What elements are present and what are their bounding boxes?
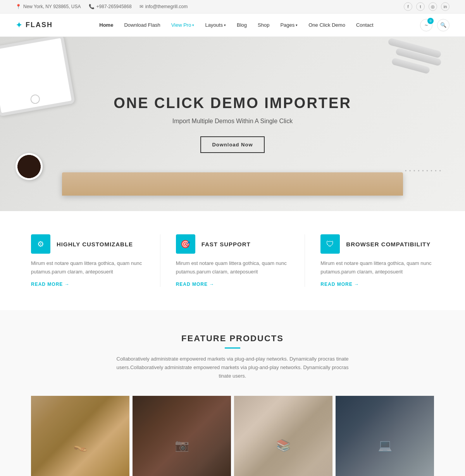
product-image-1: 👡 [31,396,129,476]
product-item-3[interactable]: 📚 [234,396,332,476]
instagram-icon[interactable]: ◎ [429,2,437,11]
feature-divider-1 [160,234,160,287]
nav-item-demo[interactable]: One Click Demo [304,19,350,31]
phone-text: +987-265945868 [96,4,132,9]
nav-links: Home Download Flash View Pro ▾ Layouts ▾… [95,19,378,31]
product-image-4: 💻 [336,396,434,476]
feature-desc-customizable: Mirum est notare quam littera gothica, q… [31,259,145,276]
twitter-icon[interactable]: t [416,2,425,11]
nav-link-shop[interactable]: Shop [253,19,274,31]
phone-item: 📞 +987-265945868 [89,4,132,9]
cart-badge: 0 [427,18,434,24]
email-icon: ✉ [140,4,143,9]
hero-blueprints-decoration [388,45,457,91]
product-item-4[interactable]: 💻 [336,396,434,476]
cart-button[interactable]: ~ 0 [420,19,432,31]
hero-coffee-decoration [16,153,43,180]
nav-item-download[interactable]: Download Flash [119,19,165,31]
nav-item-viewpro[interactable]: View Pro ▾ [167,19,199,31]
location-icon: 📍 [16,4,21,9]
gear-icon: ⚙ [37,239,44,249]
logo-text: FLASH [26,21,53,29]
nav-item-shop[interactable]: Shop [253,19,274,31]
nav-link-blog[interactable]: Blog [232,19,251,31]
feature-title-browser: BROWSER COMPATIBILITY [346,241,431,247]
chevron-down-icon: ▾ [296,23,298,27]
hero-subtitle: Import Multiple Demos Within A Single Cl… [114,118,351,125]
hero-title: ONE CLICK DEMO IMPORTER [114,95,351,112]
location-text: New York, NY 928865, USA [23,4,81,9]
product-image-2: 📷 [133,396,231,476]
download-now-button[interactable]: Download Now [200,136,264,153]
feature-desc-browser: Mirum est notare quam littera gothica, q… [320,259,434,276]
hero-beads-decoration: ● ● ● ● ● ● ● ● ● [405,169,442,172]
products-section: FEATURE PRODUCTS Collaboratively adminis… [0,310,465,476]
top-bar-left: 📍 New York, NY 928865, USA 📞 +987-265945… [16,4,188,9]
feature-icon-customizable: ⚙ [31,234,50,254]
nav-link-viewpro[interactable]: View Pro ▾ [167,19,199,31]
nav-right: ~ 0 🔍 [420,19,450,31]
feature-divider-2 [305,234,305,287]
navbar: ✦ FLASH Home Download Flash View Pro ▾ L… [0,14,465,37]
nav-item-home[interactable]: Home [95,19,118,31]
nav-item-pages[interactable]: Pages ▾ [276,19,302,31]
top-bar: 📍 New York, NY 928865, USA 📞 +987-265945… [0,0,465,14]
nav-link-layouts[interactable]: Layouts ▾ [200,19,231,31]
facebook-icon[interactable]: f [404,2,412,11]
nav-link-demo[interactable]: One Click Demo [304,19,350,31]
nav-link-pages[interactable]: Pages ▾ [276,19,302,31]
section-header: FEATURE PRODUCTS Collaboratively adminis… [31,333,434,380]
chevron-down-icon: ▾ [192,23,194,27]
support-icon: 🎯 [181,239,190,249]
hero-tablet-decoration [0,37,75,117]
feature-header-support: 🎯 FAST SUPPORT [176,234,289,254]
nav-item-contact[interactable]: Contact [351,19,378,31]
chevron-down-icon: ▾ [224,23,226,27]
products-grid: 👡 📷 📚 💻 💻 📱 [31,396,434,476]
hero-section: ● ● ● ● ● ● ● ● ● ONE CLICK DEMO IMPORTE… [0,37,465,211]
feature-browser: 🛡 BROWSER COMPATIBILITY Mirum est notare… [320,234,434,287]
email-text: info@themegrill.com [145,4,188,9]
features-section: ⚙ HIGHLY CUSTOMIZABLE Mirum est notare q… [0,211,465,310]
hero-laptop-decoration [62,172,403,196]
product-item-1[interactable]: 👡 [31,396,129,476]
section-desc: Collaboratively administrate empowered m… [116,355,349,380]
search-button[interactable]: 🔍 [437,19,450,31]
feature-icon-support: 🎯 [176,234,195,254]
nav-link-home[interactable]: Home [95,19,118,31]
feature-desc-support: Mirum est notare quam littera gothica, q… [176,259,289,276]
read-more-browser[interactable]: READ MORE [320,282,434,287]
feature-support: 🎯 FAST SUPPORT Mirum est notare quam lit… [176,234,289,287]
product-image-3: 📚 [234,396,332,476]
section-title: FEATURE PRODUCTS [31,333,434,344]
email-item: ✉ info@themegrill.com [140,4,188,9]
feature-icon-browser: 🛡 [320,234,340,254]
social-links: f t ◎ in [404,2,450,11]
section-title-underline [225,347,240,349]
feature-header-customizable: ⚙ HIGHLY CUSTOMIZABLE [31,234,145,254]
nav-item-blog[interactable]: Blog [232,19,251,31]
feature-title-customizable: HIGHLY CUSTOMIZABLE [57,241,133,247]
nav-item-layouts[interactable]: Layouts ▾ [200,19,231,31]
search-icon: 🔍 [440,22,446,28]
feature-header-browser: 🛡 BROWSER COMPATIBILITY [320,234,434,254]
product-item-2[interactable]: 📷 [133,396,231,476]
nav-link-contact[interactable]: Contact [351,19,378,31]
cart-icon: ~ [425,22,428,28]
phone-icon: 📞 [89,4,95,9]
read-more-customizable[interactable]: READ MORE [31,282,145,287]
feature-title-support: FAST SUPPORT [202,241,251,247]
nav-link-download[interactable]: Download Flash [119,19,165,31]
logo[interactable]: ✦ FLASH [16,20,53,30]
shield-icon: 🛡 [326,240,334,249]
read-more-support[interactable]: READ MORE [176,282,289,287]
logo-icon: ✦ [16,20,22,30]
linkedin-icon[interactable]: in [441,2,450,11]
location-item: 📍 New York, NY 928865, USA [16,4,81,9]
hero-content: ONE CLICK DEMO IMPORTER Import Multiple … [106,79,359,168]
feature-customizable: ⚙ HIGHLY CUSTOMIZABLE Mirum est notare q… [31,234,145,287]
